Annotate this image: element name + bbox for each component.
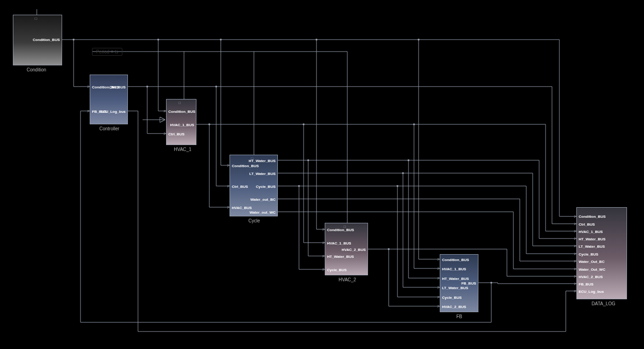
port-in-hvac1-bus: HVAC_1_BUS — [579, 230, 603, 234]
port-in-cycle-bus: Cycle_BUS — [442, 296, 462, 300]
block-label-condition: Condition — [27, 67, 46, 72]
diagram-canvas[interactable]: □ Condition_BUS Condition Condition_BUS … — [0, 0, 644, 349]
port-in-lt-water-bus: LT_Water_BUS — [579, 245, 605, 249]
pulse-icon: □ — [178, 101, 184, 105]
block-hvac-2[interactable]: □ Condition_BUS HVAC_1_BUS HT_Water_BUS … — [325, 223, 368, 275]
block-label-hvac-2: HVAC_2 — [339, 277, 356, 282]
port-out-ht-water-bus: HT_Water_BUS — [249, 159, 276, 163]
svg-point-29 — [215, 86, 217, 87]
pulse-icon: □ — [35, 17, 40, 20]
port-out-hvac1-bus: HVAC_1_BUS — [170, 123, 194, 127]
port-in-cycle-bus: Cycle_BUS — [579, 253, 598, 256]
port-in-hvac-bus: HVAC_BUS — [232, 206, 252, 210]
port-in-ctrl-bus: Ctrl_BUS — [232, 185, 248, 189]
block-label-controller: Controller — [99, 126, 119, 131]
port-in-water-out-bc: Water_Out_BC — [579, 260, 604, 264]
port-in-hvac1-bus: HVAC_1_BUS — [327, 242, 351, 245]
port-out-ctrl-bus: Ctrl_BUS — [109, 86, 126, 89]
port-in-condition-bus: Condition_BUS — [327, 228, 354, 232]
port-out-water-out-wc: Water_out_WC — [249, 211, 276, 215]
port-in-fb-bus: FB_BUS — [579, 283, 593, 286]
port-out-hvac2-bus: HVAC_2_BUS — [342, 248, 366, 252]
port-out-ecu-log-bus: ECU_Log_bus — [100, 110, 126, 114]
svg-point-15 — [418, 39, 420, 41]
block-cycle[interactable]: □ Condition_BUS Ctrl_BUS HVAC_BUS HT_Wat… — [230, 155, 278, 216]
port-in-hvac2-bus: HVAC_2_BUS — [579, 275, 603, 279]
svg-point-6 — [157, 39, 159, 41]
svg-point-3 — [73, 39, 75, 41]
port-in-condition-bus: Condition_BUS — [579, 215, 606, 219]
svg-point-65 — [402, 172, 404, 174]
block-condition[interactable]: □ Condition_BUS — [13, 15, 62, 65]
port-out-water-out-bc: Water_out_BC — [250, 198, 276, 202]
svg-point-59 — [408, 159, 409, 161]
port-out-cycle-bus: Cycle_BUS — [256, 185, 276, 189]
block-fb[interactable]: Condition_BUS HVAC_1_BUS HT_Water_BUS LT… — [440, 254, 478, 312]
block-label-fb: FB — [456, 314, 462, 319]
svg-point-94 — [490, 282, 492, 284]
port-out-fb-bus: FB_BUS — [461, 282, 476, 285]
block-label-cycle: Cycle — [248, 218, 260, 223]
block-label-data-log: DATA_LOG — [592, 301, 615, 306]
block-data-log[interactable]: Condition_BUS Ctrl_BUS HVAC_1_BUS HT_Wat… — [576, 207, 627, 299]
port-in-cycle-bus: Cycle_BUS — [327, 268, 347, 272]
annotation-period: Period = ts — [92, 48, 122, 56]
port-out-lt-water-bus: LT_Water_BUS — [249, 172, 276, 176]
port-in-condition-bus: Condition_BUS — [442, 258, 469, 262]
port-in-ecu-log-bus: ECU_Log_bus — [579, 290, 604, 294]
port-in-lt-water-bus: LT_Water_BUS — [442, 286, 468, 290]
svg-point-74 — [397, 185, 398, 187]
port-in-condition-bus: Condition_BUS — [232, 164, 259, 168]
svg-point-56 — [307, 159, 309, 161]
svg-point-49 — [413, 123, 415, 125]
svg-point-42 — [208, 123, 210, 125]
port-in-hvac1-bus: HVAC_1_BUS — [442, 268, 466, 271]
block-controller[interactable]: Condition_BUS FB_BUS Ctrl_BUS ECU_Log_bu… — [90, 75, 128, 124]
port-in-ht-water-bus: HT_Water_BUS — [442, 277, 469, 281]
svg-point-86 — [388, 248, 390, 250]
port-in-ctrl-bus: Ctrl_BUS — [579, 223, 595, 227]
svg-point-28 — [146, 86, 148, 87]
port-in-ht-water-bus: HT_Water_BUS — [327, 255, 354, 259]
port-in-ht-water-bus: HT_Water_BUS — [579, 238, 605, 241]
port-in-ctrl-bus: Ctrl_BUS — [168, 133, 184, 136]
port-out-condition-bus: Condition_BUS — [33, 38, 60, 42]
port-in-hvac2-bus: HVAC_2_BUS — [442, 305, 466, 309]
svg-point-12 — [316, 39, 317, 41]
svg-point-9 — [220, 39, 222, 41]
port-in-condition-bus: Condition_BUS — [168, 110, 196, 114]
block-label-hvac-1: HVAC_1 — [174, 147, 191, 152]
block-hvac-1[interactable]: □ Condition_BUS Ctrl_BUS HVAC_1_BUS — [166, 99, 196, 145]
svg-point-71 — [298, 185, 300, 187]
svg-point-46 — [303, 123, 305, 125]
port-in-water-out-wc: Water_Out_WC — [579, 268, 605, 272]
